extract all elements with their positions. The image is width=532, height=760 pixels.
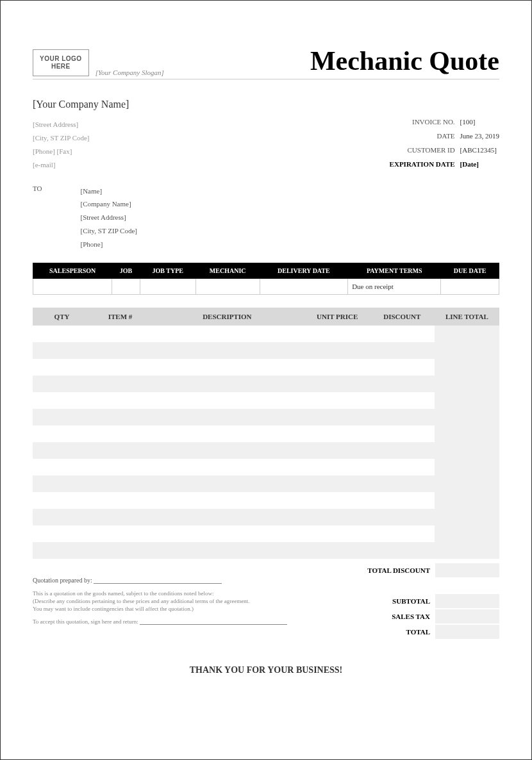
items-cell (435, 442, 499, 459)
job-header: MECHANIC (195, 263, 260, 279)
items-row (33, 525, 499, 542)
job-cell (195, 279, 260, 295)
phone-fax: [Phone] [Fax] (33, 145, 90, 158)
items-cell (370, 442, 435, 459)
items-row (33, 342, 499, 359)
items-cell (91, 359, 149, 376)
signature-line (94, 583, 222, 584)
job-cell (140, 279, 195, 295)
items-cell (149, 442, 305, 459)
items-cell (33, 376, 91, 392)
company-address: [Street Address] [City, ST ZIP Code] [Ph… (33, 118, 90, 172)
items-cell (370, 542, 435, 559)
items-row (33, 376, 499, 392)
job-header: JOB TYPE (140, 263, 195, 279)
items-cell (370, 326, 435, 342)
items-cell (149, 525, 305, 542)
items-cell (33, 425, 91, 442)
items-cell (33, 525, 91, 542)
items-cell (149, 509, 305, 525)
total-label: TOTAL (307, 628, 435, 636)
prepared-by-line: Quotation prepared by: (33, 577, 294, 584)
subtotal-value (435, 594, 499, 608)
to-company: [Company Name] (80, 197, 137, 211)
job-cell (260, 279, 348, 295)
items-cell (149, 326, 305, 342)
total-discount-value (435, 563, 499, 577)
items-cell (370, 359, 435, 376)
prepared-by-label: Quotation prepared by: (33, 577, 92, 584)
items-cell (435, 342, 499, 359)
items-row (33, 425, 499, 442)
items-cell (435, 492, 499, 509)
job-cell (33, 279, 112, 295)
items-cell (370, 425, 435, 442)
items-cell (33, 342, 91, 359)
invoice-document: YOUR LOGO HERE [Your Company Slogan] Mec… (0, 0, 532, 760)
note-line-3: You may want to include contingencies th… (33, 606, 294, 612)
items-cell (370, 492, 435, 509)
items-cell (91, 442, 149, 459)
items-cell (33, 442, 91, 459)
items-cell (149, 459, 305, 475)
to-details: [Name] [Company Name] [Street Address] [… (80, 185, 137, 251)
job-table: SALESPERSONJOBJOB TYPEMECHANICDELIVERY D… (33, 263, 499, 295)
customer-id-value: [ABC12345] (460, 146, 499, 157)
items-cell (305, 509, 370, 525)
items-cell (435, 475, 499, 492)
logo-text-1: YOUR LOGO (40, 55, 82, 63)
items-cell (435, 459, 499, 475)
items-header: QTY (33, 308, 91, 326)
document-title: Mechanic Quote (310, 45, 499, 76)
items-cell (435, 542, 499, 559)
company-name: [Your Company Name] (33, 99, 499, 110)
items-cell (149, 492, 305, 509)
items-cell (91, 459, 149, 475)
note-line-1: This is a quotation on the goods named, … (33, 590, 294, 597)
items-cell (370, 475, 435, 492)
total-discount-label: TOTAL DISCOUNT (307, 566, 435, 574)
items-row (33, 492, 499, 509)
to-label: TO (33, 185, 42, 251)
logo-text-2: HERE (40, 63, 82, 70)
items-cell (370, 459, 435, 475)
job-cell: Due on receipt (348, 279, 441, 295)
header: YOUR LOGO HERE [Your Company Slogan] Mec… (33, 45, 499, 79)
items-cell (370, 342, 435, 359)
items-cell (91, 409, 149, 425)
items-cell (33, 509, 91, 525)
items-cell (91, 475, 149, 492)
items-cell (305, 326, 370, 342)
items-cell (305, 376, 370, 392)
email: [e-mail] (33, 158, 90, 172)
items-cell (91, 392, 149, 409)
items-cell (435, 326, 499, 342)
items-cell (149, 359, 305, 376)
items-cell (370, 376, 435, 392)
invoice-no-value: [100] (460, 118, 499, 129)
note-line-2: (Describe any conditions pertaining to t… (33, 598, 294, 604)
items-cell (91, 425, 149, 442)
job-header: SALESPERSON (33, 263, 112, 279)
sales-tax-label: SALES TAX (307, 613, 435, 620)
job-header: JOB (112, 263, 140, 279)
items-cell (91, 342, 149, 359)
accept-line: To accept this quotation, sign here and … (33, 618, 294, 625)
items-header: UNIT PRICE (305, 308, 370, 326)
totals: TOTAL DISCOUNT . SUBTOTAL SALES TAX TOTA… (307, 563, 499, 640)
items-header: LINE TOTAL (435, 308, 499, 326)
logo-placeholder: YOUR LOGO HERE (33, 49, 89, 76)
job-header: PAYMENT TERMS (348, 263, 441, 279)
recipient-block: TO [Name] [Company Name] [Street Address… (33, 185, 499, 251)
items-row (33, 475, 499, 492)
items-cell (33, 492, 91, 509)
items-cell (305, 459, 370, 475)
items-cell (305, 392, 370, 409)
job-header: DUE DATE (441, 263, 499, 279)
thank-you-message: THANK YOU FOR YOUR BUSINESS! (33, 665, 499, 675)
items-cell (305, 542, 370, 559)
items-header: ITEM # (91, 308, 149, 326)
to-name: [Name] (80, 185, 137, 198)
items-row (33, 326, 499, 342)
items-cell (370, 409, 435, 425)
